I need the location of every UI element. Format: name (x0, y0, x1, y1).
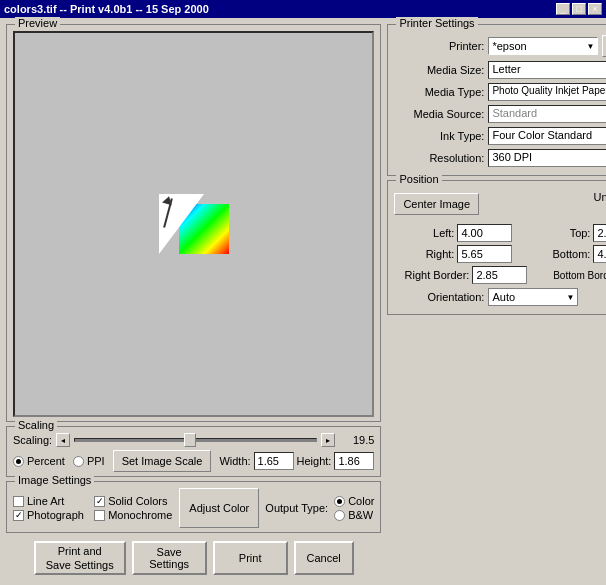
size-fields: Width: Height: (219, 452, 374, 470)
media-type-label: Media Type: (394, 86, 484, 98)
solid-colors-checkbox[interactable] (94, 496, 105, 507)
bw-label: B&W (348, 509, 373, 521)
media-type-value: Photo Quality Inkjet Paper (488, 83, 606, 101)
width-label: Width: (219, 455, 250, 467)
ppi-radio[interactable] (73, 456, 84, 467)
cancel-button[interactable]: Cancel (294, 541, 354, 575)
monochrome-option[interactable]: Monochrome (94, 509, 173, 521)
left-input[interactable] (457, 224, 512, 242)
ink-type-row: Ink Type: Four Color Standard / (394, 127, 606, 145)
scaling-field-label: Scaling: (13, 434, 52, 446)
units-group: Units: Inch cm (594, 191, 607, 216)
print-save-button[interactable]: Print andSave Settings (34, 541, 126, 575)
height-label: Height: (297, 455, 332, 467)
setup-button[interactable]: Setup (602, 35, 606, 57)
output-type-label: Output Type: (265, 502, 328, 514)
minimize-button[interactable]: _ (556, 3, 570, 15)
bw-option[interactable]: B&W (334, 509, 374, 521)
preview-group: Preview (6, 24, 381, 422)
width-input[interactable] (254, 452, 294, 470)
right-label: Right: (394, 248, 454, 260)
media-source-label: Media Source: (394, 108, 484, 120)
adjust-color-button[interactable]: Adjust Color (179, 488, 259, 528)
ink-type-value: Four Color Standard (488, 127, 606, 145)
bottom-border-label: Bottom Border: (530, 270, 606, 281)
media-source-row: Media Source: Standard / (394, 105, 606, 123)
solid-colors-option[interactable]: Solid Colors (94, 495, 173, 507)
scroll-right-arrow[interactable]: ▸ (321, 433, 335, 447)
resolution-value: 360 DPI (488, 149, 606, 167)
top-row: Top: (530, 224, 606, 242)
position-label: Position (396, 173, 441, 185)
save-settings-label: SaveSettings (149, 546, 189, 570)
scroll-left-arrow[interactable]: ◂ (56, 433, 70, 447)
printer-dropdown-arrow: ▼ (587, 42, 595, 51)
percent-radio[interactable] (13, 456, 24, 467)
orientation-dropdown-arrow: ▼ (567, 293, 575, 302)
preview-image (159, 194, 229, 254)
window-title: colors3.tif -- Print v4.0b1 -- 15 Sep 20… (4, 3, 209, 15)
scaling-group: Scaling Scaling: ◂ ▸ 19.5 Percent PPI (6, 426, 381, 477)
ppi-option[interactable]: PPI (73, 455, 105, 467)
scaling-slider-thumb[interactable] (184, 433, 196, 447)
output-type-section: Output Type: Color B&W (265, 495, 374, 521)
main-content: Preview Scaling Scaling: ◂ ▸ 19.5 (0, 18, 606, 585)
center-image-button[interactable]: Center Image (394, 193, 479, 215)
percent-label: Percent (27, 455, 65, 467)
top-input[interactable] (593, 224, 606, 242)
output-type-radios: Color B&W (334, 495, 374, 521)
orientation-dropdown[interactable]: Auto ▼ (488, 288, 578, 306)
photograph-checkbox[interactable] (13, 510, 24, 521)
bottom-label: Bottom: (530, 248, 590, 260)
bottom-row: Bottom: (530, 245, 606, 263)
bottom-input[interactable] (593, 245, 606, 263)
monochrome-label: Monochrome (108, 509, 172, 521)
window-controls[interactable]: _ □ × (556, 3, 602, 15)
close-button[interactable]: × (588, 3, 602, 15)
printer-field-label: Printer: (394, 40, 484, 52)
left-panel: Preview Scaling Scaling: ◂ ▸ 19.5 (6, 24, 381, 579)
right-row: Right: (394, 245, 527, 263)
maximize-button[interactable]: □ (572, 3, 586, 15)
solid-colors-label: Solid Colors (108, 495, 167, 507)
printer-settings-label: Printer Settings (396, 17, 477, 29)
bottom-border-row: Bottom Border: (530, 266, 606, 284)
printer-settings-group: Printer Settings Printer: *epson ▼ Setup… (387, 24, 606, 176)
line-art-option[interactable]: Line Art (13, 495, 92, 507)
monochrome-checkbox[interactable] (94, 510, 105, 521)
media-size-value: Letter (488, 61, 606, 79)
height-input[interactable] (334, 452, 374, 470)
title-bar: colors3.tif -- Print v4.0b1 -- 15 Sep 20… (0, 0, 606, 18)
orientation-label: Orientation: (394, 291, 484, 303)
preview-area (13, 31, 374, 417)
color-radio[interactable] (334, 496, 345, 507)
scaling-row: Scaling: ◂ ▸ 19.5 (13, 433, 374, 447)
printer-dropdown[interactable]: *epson ▼ (488, 37, 598, 55)
scaling-slider-track[interactable] (74, 438, 317, 442)
units-label: Units: (594, 191, 607, 203)
right-border-row: Right Border: (394, 266, 527, 284)
right-border-input[interactable] (472, 266, 527, 284)
scaling-value: 19.5 (339, 434, 374, 446)
right-panel: Printer Settings Printer: *epson ▼ Setup… (387, 24, 606, 579)
image-settings-label: Image Settings (15, 474, 94, 486)
image-settings-content: Line Art Solid Colors Photograph Monochr… (13, 488, 374, 528)
ppi-label: PPI (87, 455, 105, 467)
color-label: Color (348, 495, 374, 507)
scaling-options: Percent PPI Set Image Scale Width: Heigh… (13, 450, 374, 472)
save-settings-button[interactable]: SaveSettings (132, 541, 207, 575)
color-option[interactable]: Color (334, 495, 374, 507)
print-button[interactable]: Print (213, 541, 288, 575)
bottom-buttons: Print andSave Settings SaveSettings Prin… (6, 537, 381, 579)
right-input[interactable] (457, 245, 512, 263)
right-border-label: Right Border: (394, 269, 469, 281)
media-type-row: Media Type: Photo Quality Inkjet Paper / (394, 83, 606, 101)
printer-row: Printer: *epson ▼ Setup (394, 35, 606, 57)
percent-option[interactable]: Percent (13, 455, 65, 467)
bw-radio[interactable] (334, 510, 345, 521)
photograph-option[interactable]: Photograph (13, 509, 92, 521)
preview-label: Preview (15, 17, 60, 29)
set-image-scale-button[interactable]: Set Image Scale (113, 450, 212, 472)
left-label: Left: (394, 227, 454, 239)
line-art-checkbox[interactable] (13, 496, 24, 507)
